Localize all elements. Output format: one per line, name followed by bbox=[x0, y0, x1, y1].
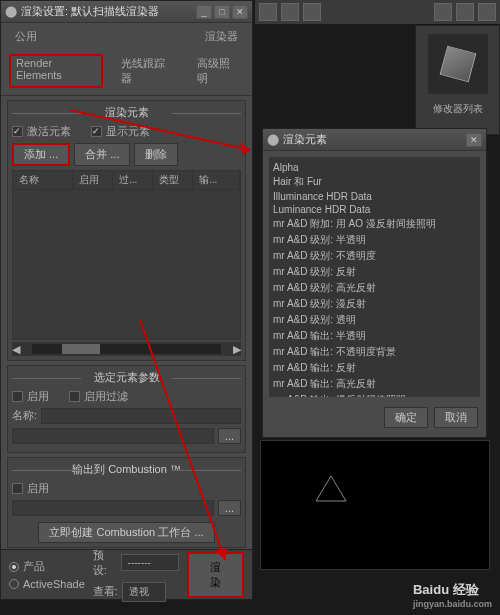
object-wireframe-icon bbox=[311, 471, 351, 511]
top-toolbar bbox=[255, 0, 500, 24]
tab-render-elements[interactable]: Render Elements bbox=[9, 54, 103, 88]
scroll-left-icon[interactable]: ◀ bbox=[12, 343, 20, 356]
list-item[interactable]: Alpha bbox=[273, 161, 476, 174]
elements-table-body[interactable] bbox=[12, 190, 241, 340]
create-combustion-button[interactable]: 立即创建 Combustion 工作台 ... bbox=[38, 522, 214, 543]
col-type[interactable]: 类型 bbox=[153, 171, 193, 189]
list-item[interactable]: mr A&D 输出: 漫反射间接照明 bbox=[273, 392, 476, 397]
view-label: 查看: bbox=[93, 584, 118, 599]
watermark-text: Baidu 经验 bbox=[413, 581, 492, 599]
list-item[interactable]: mr A&D 输出: 不透明度背景 bbox=[273, 344, 476, 360]
watermark-url: jingyan.baidu.com bbox=[413, 599, 492, 609]
list-item[interactable]: Illuminance HDR Data bbox=[273, 190, 476, 203]
add-button[interactable]: 添加 ... bbox=[12, 143, 70, 166]
watermark: Baidu 经验 jingyan.baidu.com bbox=[413, 581, 492, 609]
scroll-right-icon[interactable]: ▶ bbox=[233, 343, 241, 356]
render-button[interactable]: 渲染 bbox=[187, 552, 244, 598]
ok-button[interactable]: 确定 bbox=[384, 407, 428, 428]
view-dropdown[interactable]: 透视 bbox=[122, 582, 166, 602]
list-item[interactable]: Luminance HDR Data bbox=[273, 203, 476, 216]
toolbar-icon[interactable] bbox=[478, 3, 496, 21]
name-input[interactable] bbox=[41, 408, 241, 424]
activeshade-radio[interactable]: ActiveShade bbox=[9, 578, 85, 590]
enable-checkbox[interactable]: 启用 bbox=[12, 389, 49, 404]
tabs-row-2: Render Elements 光线跟踪器 高级照明 bbox=[1, 50, 252, 92]
window-icon: ⬤ bbox=[267, 133, 279, 146]
tab-common[interactable]: 公用 bbox=[9, 27, 43, 46]
cancel-button[interactable]: 取消 bbox=[434, 407, 478, 428]
tabs-row-1: 公用 渲染器 bbox=[1, 23, 252, 50]
close-button[interactable]: ✕ bbox=[466, 133, 482, 147]
object-preview bbox=[428, 34, 488, 94]
delete-button[interactable]: 删除 bbox=[134, 143, 178, 166]
window-icon: ⬤ bbox=[5, 5, 17, 18]
close-button[interactable]: ✕ bbox=[232, 5, 248, 19]
preset-label: 预设: bbox=[93, 548, 117, 578]
list-item[interactable]: mr A&D 输出: 高光反射 bbox=[273, 376, 476, 392]
list-item[interactable]: mr A&D 输出: 反射 bbox=[273, 360, 476, 376]
combustion-enable-checkbox[interactable]: 启用 bbox=[12, 481, 241, 496]
enable-filter-checkbox[interactable]: 启用过滤 bbox=[69, 389, 128, 404]
col-filter[interactable]: 过... bbox=[113, 171, 153, 189]
toolbar-icon[interactable] bbox=[434, 3, 452, 21]
list-item[interactable]: mr A&D 级别: 漫反射 bbox=[273, 296, 476, 312]
elements-table-header: 名称 启用 过... 类型 输... bbox=[12, 170, 241, 190]
list-item[interactable]: mr A&D 级别: 高光反射 bbox=[273, 280, 476, 296]
list-item[interactable]: mr A&D 级别: 反射 bbox=[273, 264, 476, 280]
render-element-picker: ⬤ 渲染元素 ✕ AlphaHair 和 FurIlluminance HDR … bbox=[262, 128, 487, 438]
col-enable[interactable]: 启用 bbox=[73, 171, 113, 189]
col-output[interactable]: 输... bbox=[193, 171, 240, 189]
toolbar-icon[interactable] bbox=[259, 3, 277, 21]
preset-dropdown[interactable]: ------- bbox=[121, 554, 179, 571]
popup-title: 渲染元素 bbox=[283, 132, 466, 147]
show-checkbox[interactable]: 显示元素 bbox=[91, 124, 150, 139]
popup-title-bar[interactable]: ⬤ 渲染元素 ✕ bbox=[263, 129, 486, 151]
list-item[interactable]: Hair 和 Fur bbox=[273, 174, 476, 190]
minimize-button[interactable]: _ bbox=[196, 5, 212, 19]
list-item[interactable]: mr A&D 输出: 半透明 bbox=[273, 328, 476, 344]
browse-button[interactable]: ... bbox=[218, 500, 241, 516]
selected-params-section: 选定元素参数 启用 启用过滤 名称: ... bbox=[7, 365, 246, 453]
name-label: 名称: bbox=[12, 408, 37, 424]
section-title: 渲染元素 bbox=[12, 105, 241, 120]
activate-checkbox[interactable]: 激活元素 bbox=[12, 124, 71, 139]
divider bbox=[1, 95, 252, 96]
col-name[interactable]: 名称 bbox=[13, 171, 73, 189]
window-title-bar[interactable]: ⬤ 渲染设置: 默认扫描线渲染器 _ □ ✕ bbox=[1, 1, 252, 23]
list-item[interactable]: mr A&D 附加: 用 AO 漫反射间接照明 bbox=[273, 216, 476, 232]
window-title: 渲染设置: 默认扫描线渲染器 bbox=[21, 4, 196, 19]
horizontal-scrollbar[interactable]: ◀ ▶ bbox=[12, 342, 241, 356]
modifier-list-label[interactable]: 修改器列表 bbox=[416, 102, 499, 116]
combustion-path-input[interactable] bbox=[12, 500, 214, 516]
list-item[interactable]: mr A&D 级别: 半透明 bbox=[273, 232, 476, 248]
section-title: 输出到 Combustion ™ bbox=[12, 462, 241, 477]
toolbar-icon[interactable] bbox=[456, 3, 474, 21]
tab-advanced[interactable]: 高级照明 bbox=[191, 54, 244, 88]
maximize-button[interactable]: □ bbox=[214, 5, 230, 19]
list-item[interactable]: mr A&D 级别: 不透明度 bbox=[273, 248, 476, 264]
merge-button[interactable]: 合并 ... bbox=[74, 143, 130, 166]
render-settings-window: ⬤ 渲染设置: 默认扫描线渲染器 _ □ ✕ 公用 渲染器 Render Ele… bbox=[0, 0, 253, 600]
list-item[interactable]: mr A&D 级别: 透明 bbox=[273, 312, 476, 328]
render-elements-section: 渲染元素 激活元素 显示元素 添加 ... 合并 ... 删除 名称 启用 过.… bbox=[7, 100, 246, 361]
element-list[interactable]: AlphaHair 和 FurIlluminance HDR DataLumin… bbox=[269, 157, 480, 397]
svg-marker-0 bbox=[316, 476, 346, 501]
viewport[interactable] bbox=[260, 440, 490, 570]
tab-raytrace[interactable]: 光线跟踪器 bbox=[115, 54, 179, 88]
render-bottom-bar: 产品 ActiveShade 预设: ------- 查看: 透视 渲染 bbox=[1, 549, 252, 599]
modifier-panel: 修改器列表 bbox=[415, 25, 500, 135]
section-title: 选定元素参数 bbox=[12, 370, 241, 385]
toolbar-icon[interactable] bbox=[281, 3, 299, 21]
browse-button[interactable]: ... bbox=[218, 428, 241, 444]
toolbar-icon[interactable] bbox=[303, 3, 321, 21]
combustion-section: 输出到 Combustion ™ 启用 ... 立即创建 Combustion … bbox=[7, 457, 246, 548]
product-radio[interactable]: 产品 bbox=[9, 559, 85, 574]
tab-renderer[interactable]: 渲染器 bbox=[199, 27, 244, 46]
cube-icon bbox=[439, 46, 476, 83]
path-input[interactable] bbox=[12, 428, 214, 444]
